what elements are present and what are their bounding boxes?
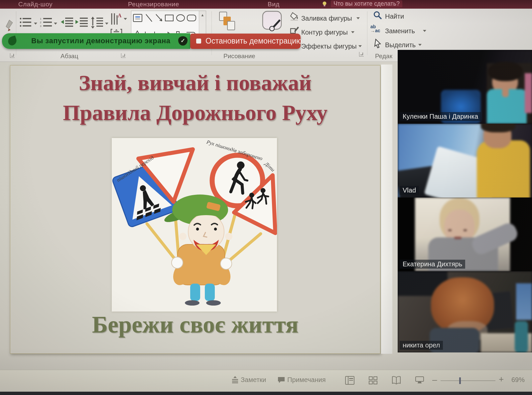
vertical-scrollbar[interactable] <box>381 65 392 354</box>
notes-icon <box>231 376 239 385</box>
shape-outline-caret[interactable] <box>351 31 354 33</box>
format-painter-icon[interactable] <box>5 18 15 33</box>
reading-view-icon[interactable] <box>392 376 401 386</box>
stop-share-label: Остановить демонстрацию <box>205 37 302 46</box>
drawing-dialog-launcher[interactable] <box>359 52 364 57</box>
menu-bar: Слайд-шоу Рецензирование Вид Что вы хоти… <box>0 0 532 9</box>
zoom-slider-track[interactable] <box>441 380 495 381</box>
participant-tile[interactable]: Екатерина Дихтярь <box>398 198 532 271</box>
participant-video <box>398 271 532 352</box>
tab-review[interactable]: Рецензирование <box>128 1 179 8</box>
participant-name: никита орел <box>400 341 443 350</box>
tab-slideshow[interactable]: Слайд-шоу <box>18 1 53 8</box>
zoom-level[interactable]: 69% <box>511 376 525 384</box>
quick-styles-icon[interactable] <box>261 11 285 34</box>
select-icon[interactable] <box>374 39 382 50</box>
status-bar: Заметки Примечания – + 69% <box>0 370 532 392</box>
notes-button[interactable]: Заметки <box>241 376 266 384</box>
share-leaf-icon <box>7 36 18 47</box>
gallery-scroll-up[interactable]: ▲ <box>199 11 206 19</box>
svg-text:A: A <box>118 13 122 18</box>
participant-tile[interactable]: Куленки Паша і Даринка <box>398 50 532 124</box>
replace-caret[interactable] <box>423 30 426 32</box>
paragraph-group-label: Абзац <box>61 53 78 60</box>
tell-me-lightbulb-icon <box>322 1 327 7</box>
security-shield-icon[interactable]: ✓ <box>178 36 188 46</box>
drawing-group-label: Рисование <box>223 53 255 60</box>
shape-effects-label[interactable]: Эффекты фигуры <box>301 43 357 50</box>
tell-me-box[interactable]: Что вы хотите сделать? <box>331 0 402 7</box>
slide-title-line1: Знай, вивчай і поважай <box>10 70 380 95</box>
participant-tile[interactable]: никита орел <box>398 271 532 352</box>
text-direction-caret[interactable] <box>124 18 127 20</box>
bullets-icon[interactable] <box>19 17 32 30</box>
participant-name: Куленки Паша і Даринка <box>400 112 481 121</box>
replace-icon[interactable]: ab →ac <box>370 25 380 33</box>
numbering-icon[interactable]: 123 <box>40 17 53 30</box>
screen-share-banner: Вы запустили демонстрацию экрана ✓ <box>2 33 190 49</box>
shape-fill-label[interactable]: Заливка фигуры <box>301 15 352 22</box>
arrange-icon[interactable] <box>217 11 236 33</box>
line-spacing-icon[interactable] <box>90 16 104 31</box>
numbering-dropdown-caret[interactable] <box>54 23 57 25</box>
svg-text:1: 1 <box>40 17 42 20</box>
increase-indent-icon[interactable] <box>75 17 88 30</box>
group-separator <box>367 11 367 55</box>
select-caret[interactable] <box>418 44 422 46</box>
paragraph-dialog-launcher[interactable] <box>121 53 126 58</box>
slideshow-view-icon[interactable] <box>415 376 424 386</box>
stop-square-icon <box>196 39 201 44</box>
share-banner-message: Вы запустили демонстрацию экрана <box>31 37 170 45</box>
svg-text:2: 2 <box>40 21 42 24</box>
slide-canvas[interactable]: Знай, вивчай і поважай Правила Дорожньог… <box>10 65 380 354</box>
slide-bottom-text: Бережи своє життя <box>10 311 380 338</box>
stop-share-button[interactable]: Остановить демонстрацию <box>190 34 301 49</box>
editing-group-label: Редак <box>375 53 392 60</box>
zoom-out-button[interactable]: – <box>432 375 437 385</box>
bullets-dropdown-caret[interactable] <box>34 23 37 25</box>
slide-sorter-view-icon[interactable] <box>368 376 378 386</box>
find-icon[interactable] <box>373 11 382 21</box>
video-participants-panel: Куленки Паша і Даринка Vlad <box>398 50 532 352</box>
shape-outline-label[interactable]: Контур фигуры <box>301 29 348 36</box>
tab-view[interactable]: Вид <box>268 1 280 8</box>
shape-fill-caret[interactable] <box>356 17 360 19</box>
participant-name: Екатерина Дихтярь <box>400 260 465 269</box>
comments-button[interactable]: Примечания <box>287 376 326 384</box>
zoom-in-button[interactable]: + <box>499 374 504 384</box>
powerpoint-window: Слайд-шоу Рецензирование Вид Что вы хоти… <box>0 0 532 395</box>
find-label[interactable]: Найти <box>385 13 404 20</box>
shape-fill-icon[interactable] <box>290 11 299 22</box>
participant-tile[interactable]: Vlad <box>398 124 532 198</box>
zoom-slider-thumb[interactable] <box>459 377 461 384</box>
select-label[interactable]: Выделить <box>385 41 416 49</box>
replace-label[interactable]: Заменить <box>385 27 415 35</box>
shape-effects-caret[interactable] <box>358 45 362 47</box>
comments-icon <box>277 376 285 385</box>
participant-name: Vlad <box>400 186 419 195</box>
line-spacing-caret[interactable] <box>105 23 108 25</box>
slide-title-line2: Правила Дорожнього Руху <box>10 100 380 125</box>
normal-view-icon[interactable] <box>345 376 354 386</box>
decrease-indent-icon[interactable] <box>61 17 73 30</box>
svg-text:3: 3 <box>40 25 42 28</box>
traffic-signs-picture[interactable]: пішохідний перехід Рух пішоходів заборон… <box>112 138 277 312</box>
clipboard-dialog-launcher[interactable] <box>10 53 15 58</box>
text-direction-icon[interactable]: A <box>110 12 122 27</box>
monitor-bezel <box>0 392 532 395</box>
